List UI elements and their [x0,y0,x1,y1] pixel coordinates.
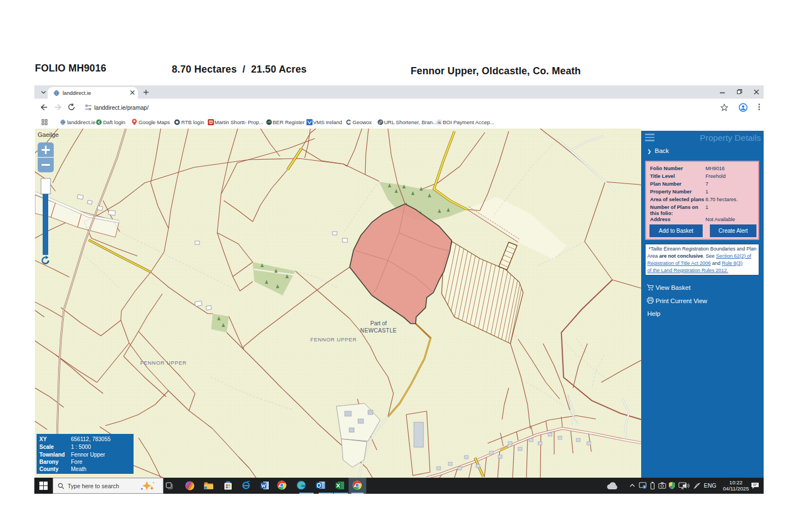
svg-text:NEWCASTLE: NEWCASTLE [360,328,397,334]
svg-text:FENNOR UPPER: FENNOR UPPER [310,336,357,342]
svg-text:FENNOR UPPER: FENNOR UPPER [140,360,187,366]
svg-text:Part of: Part of [370,320,387,326]
svg-text:Gaeilge: Gaeilge [38,131,59,138]
